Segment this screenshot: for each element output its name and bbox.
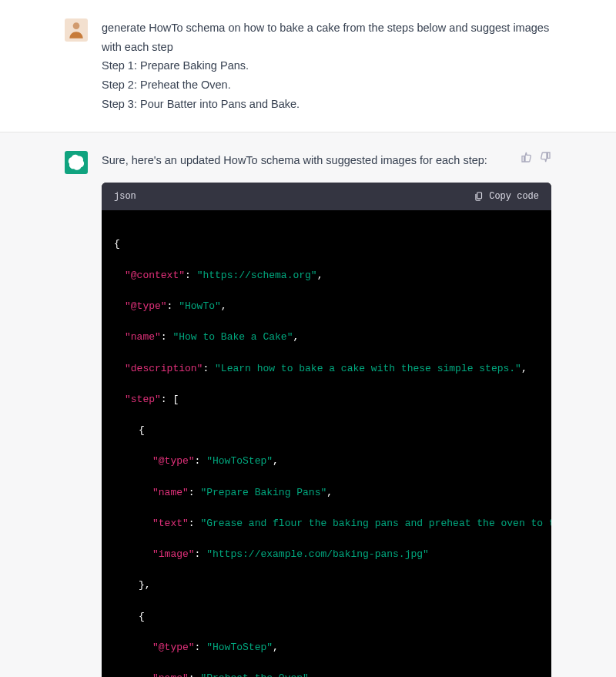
svg-point-0 xyxy=(73,22,80,29)
assistant-message: Sure, here's an updated HowTo schema wit… xyxy=(0,132,616,677)
svg-rect-1 xyxy=(477,193,482,199)
text-line: Step 3: Pour Batter into Pans and Bake. xyxy=(102,95,551,114)
text-line: Step 1: Prepare Baking Pans. xyxy=(102,56,551,75)
code-content[interactable]: { "@context": "https://schema.org", "@ty… xyxy=(102,210,551,677)
code-block: json Copy code { "@context": "https://sc… xyxy=(102,183,551,677)
text-line: with each step xyxy=(102,38,551,57)
assistant-avatar-icon xyxy=(65,151,88,174)
thumbs-down-icon[interactable] xyxy=(539,151,551,166)
user-avatar-icon xyxy=(65,18,88,42)
clipboard-icon xyxy=(474,191,484,202)
code-header: json Copy code xyxy=(102,183,551,210)
code-language-label: json xyxy=(114,189,136,204)
copy-code-label: Copy code xyxy=(489,189,539,204)
feedback-buttons xyxy=(521,151,551,166)
thumbs-up-icon[interactable] xyxy=(521,151,533,166)
text-line: generate HowTo schema on how to bake a c… xyxy=(102,18,551,38)
text-line: Step 2: Preheat the Oven. xyxy=(102,75,551,95)
user-message-text: generate HowTo schema on how to bake a c… xyxy=(102,18,551,113)
assistant-intro-text: Sure, here's an updated HowTo schema wit… xyxy=(102,151,551,170)
copy-code-button[interactable]: Copy code xyxy=(474,189,539,204)
user-message: generate HowTo schema on how to bake a c… xyxy=(0,0,616,132)
